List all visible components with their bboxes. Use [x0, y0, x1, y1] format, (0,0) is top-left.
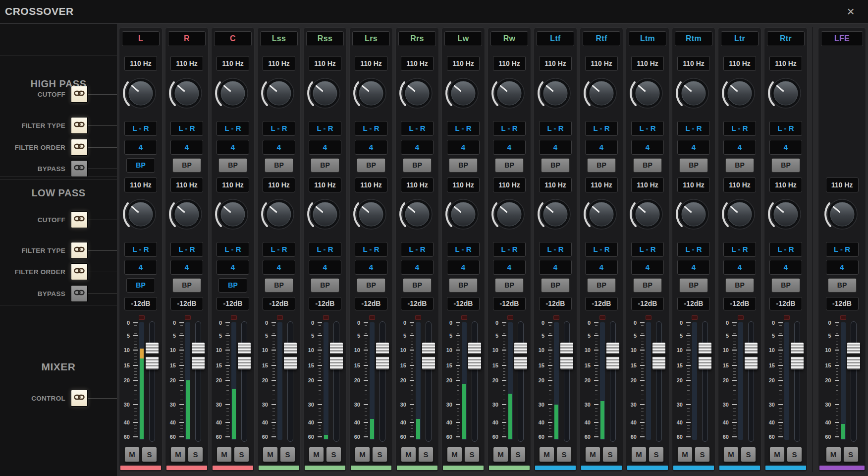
hp-cutoff-knob[interactable]	[675, 74, 712, 113]
hp-filter-type-button[interactable]: L - R	[677, 121, 710, 136]
lp-bypass-button[interactable]: BP	[357, 278, 385, 293]
lp-cutoff-value[interactable]: 110 Hz	[539, 178, 572, 192]
lp-cutoff-value[interactable]: 110 Hz	[631, 178, 664, 192]
lp-cutoff-knob[interactable]	[214, 195, 252, 234]
lp-filter-order-button[interactable]: 4	[539, 260, 572, 275]
hp-cutoff-value[interactable]: 110 Hz	[677, 56, 710, 71]
hp-cutoff-knob[interactable]	[444, 74, 482, 113]
lp-filter-order-button[interactable]: 4	[401, 260, 434, 275]
lp-cutoff-value[interactable]: 110 Hz	[447, 178, 480, 192]
solo-button[interactable]: S	[843, 447, 859, 462]
hp-cutoff-value[interactable]: 110 Hz	[309, 56, 341, 71]
lp-filter-order-button[interactable]: 4	[263, 260, 295, 275]
lp-cutoff-knob[interactable]	[583, 195, 620, 234]
hp-bypass-button[interactable]: BP	[587, 158, 616, 173]
lp-cutoff-value[interactable]: 110 Hz	[309, 178, 341, 192]
hp-cutoff-knob[interactable]	[537, 74, 574, 113]
solo-button[interactable]: S	[280, 447, 295, 462]
hp-cutoff-knob[interactable]	[260, 74, 298, 113]
lp-filter-order-button[interactable]: 4	[309, 260, 341, 275]
link-toggle-button[interactable]	[71, 263, 88, 280]
lp-cutoff-knob[interactable]	[490, 195, 528, 234]
hp-filter-order-button[interactable]: 4	[170, 140, 203, 155]
lp-cutoff-knob[interactable]	[260, 195, 298, 234]
hp-filter-type-button[interactable]: L - R	[493, 121, 526, 136]
lp-cutoff-knob[interactable]	[122, 195, 160, 234]
hp-filter-order-button[interactable]: 4	[539, 140, 572, 155]
hp-bypass-button[interactable]: BP	[265, 158, 293, 173]
lp-cutoff-value[interactable]: 110 Hz	[585, 178, 618, 192]
hp-filter-type-button[interactable]: L - R	[355, 121, 387, 136]
link-toggle-button[interactable]	[71, 211, 88, 228]
lp-bypass-button[interactable]: BP	[679, 278, 708, 293]
solo-button[interactable]: S	[602, 447, 618, 462]
lp-filter-type-button[interactable]: L - R	[723, 242, 756, 257]
solo-button[interactable]: S	[787, 447, 802, 462]
lp-bypass-button[interactable]: BP	[828, 278, 857, 293]
lp-filter-type-button[interactable]: L - R	[217, 242, 249, 257]
lp-cutoff-value[interactable]: 110 Hz	[263, 178, 295, 192]
lp-cutoff-value[interactable]: 110 Hz	[170, 178, 203, 192]
mixer-gain-value[interactable]: -12dB	[493, 297, 526, 310]
fader-handle[interactable]	[606, 343, 619, 369]
hp-cutoff-value[interactable]: 110 Hz	[124, 56, 157, 71]
lp-filter-type-button[interactable]: L - R	[539, 242, 572, 257]
fader-track[interactable]	[426, 321, 432, 442]
mute-button[interactable]: M	[447, 447, 462, 462]
lp-bypass-button[interactable]: BP	[403, 278, 432, 293]
hp-cutoff-knob[interactable]	[398, 74, 436, 113]
mute-button[interactable]: M	[826, 447, 841, 462]
hp-cutoff-value[interactable]: 110 Hz	[401, 56, 434, 71]
lp-cutoff-knob[interactable]	[767, 195, 805, 234]
lp-cutoff-value[interactable]: 110 Hz	[723, 178, 756, 192]
hp-filter-order-button[interactable]: 4	[769, 140, 802, 155]
lp-filter-order-button[interactable]: 4	[355, 260, 387, 275]
mute-button[interactable]: M	[170, 447, 186, 462]
link-toggle-button[interactable]	[71, 390, 88, 407]
lp-bypass-button[interactable]: BP	[265, 278, 293, 293]
lp-filter-type-button[interactable]: L - R	[170, 242, 203, 257]
fader-track[interactable]	[748, 321, 754, 442]
lp-filter-order-button[interactable]: 4	[723, 260, 756, 275]
hp-cutoff-value[interactable]: 110 Hz	[631, 56, 664, 71]
fader-handle[interactable]	[847, 343, 860, 369]
hp-bypass-button[interactable]: BP	[679, 158, 708, 173]
fader-track[interactable]	[149, 321, 155, 442]
mute-button[interactable]: M	[493, 447, 508, 462]
lp-filter-type-button[interactable]: L - R	[263, 242, 295, 257]
solo-button[interactable]: S	[142, 447, 157, 462]
hp-bypass-button[interactable]: BP	[311, 158, 339, 173]
link-toggle-button[interactable]	[71, 285, 88, 302]
mixer-gain-value[interactable]: -12dB	[263, 297, 295, 310]
lp-filter-type-button[interactable]: L - R	[447, 242, 480, 257]
close-icon[interactable]: ×	[842, 3, 859, 20]
lp-bypass-button[interactable]: BP	[725, 278, 754, 293]
lp-filter-order-button[interactable]: 4	[677, 260, 710, 275]
hp-filter-type-button[interactable]: L - R	[631, 121, 664, 136]
solo-button[interactable]: S	[418, 447, 434, 462]
lp-cutoff-knob[interactable]	[537, 195, 574, 234]
fader-handle[interactable]	[652, 343, 665, 369]
hp-bypass-button[interactable]: BP	[403, 158, 432, 173]
lp-bypass-button[interactable]: BP	[587, 278, 616, 293]
hp-filter-order-button[interactable]: 4	[355, 140, 387, 155]
fader-track[interactable]	[472, 321, 478, 442]
lp-filter-order-button[interactable]: 4	[585, 260, 618, 275]
mute-button[interactable]: M	[124, 447, 140, 462]
fader-track[interactable]	[564, 321, 570, 442]
lp-bypass-button[interactable]: BP	[633, 278, 662, 293]
lp-cutoff-knob[interactable]	[352, 195, 390, 234]
hp-bypass-button[interactable]: BP	[218, 158, 247, 173]
fader-track[interactable]	[518, 321, 524, 442]
hp-filter-order-button[interactable]: 4	[447, 140, 480, 155]
fader-handle[interactable]	[422, 343, 435, 369]
link-toggle-button[interactable]	[71, 160, 88, 177]
mixer-gain-value[interactable]: -12dB	[826, 297, 859, 310]
hp-cutoff-knob[interactable]	[168, 74, 206, 113]
hp-bypass-button[interactable]: BP	[633, 158, 662, 173]
hp-filter-type-button[interactable]: L - R	[585, 121, 618, 136]
mixer-gain-value[interactable]: -12dB	[677, 297, 710, 310]
lp-bypass-button[interactable]: BP	[172, 278, 201, 293]
fader-track[interactable]	[195, 321, 201, 442]
solo-button[interactable]: S	[372, 447, 387, 462]
